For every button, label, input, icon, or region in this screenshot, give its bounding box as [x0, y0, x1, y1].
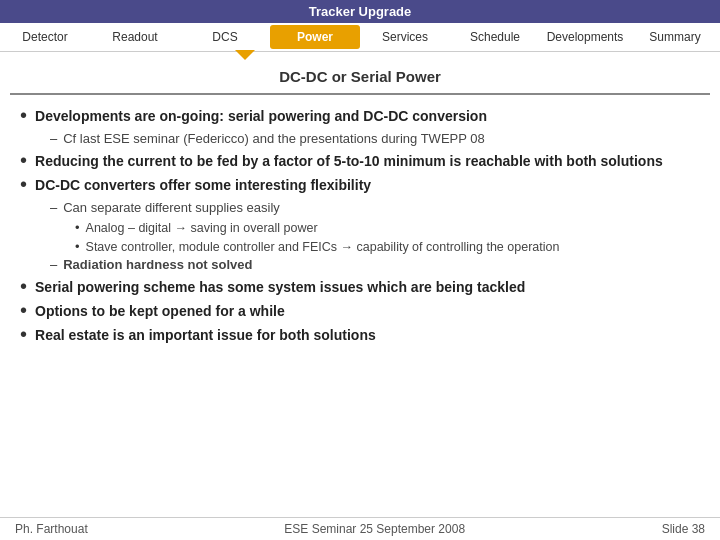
- bullet-6-text: Real estate is an important issue for bo…: [35, 326, 376, 344]
- sub-bullet-1-1-text: Cf last ESE seminar (Federicco) and the …: [63, 131, 485, 148]
- sub-bullet-3-2-dash: –: [50, 257, 57, 272]
- sub-bullet-3-2: – Radiation hardness not solved: [50, 257, 700, 274]
- bullet-1-dot: •: [20, 105, 27, 125]
- bullet-2: • Reducing the current to be fed by a fa…: [20, 152, 700, 170]
- title-bar: Tracker Upgrade: [0, 0, 720, 23]
- nav-summary[interactable]: Summary: [630, 25, 720, 49]
- nav-power[interactable]: Power: [270, 25, 360, 49]
- sub-sub-bullet-3-1-2-text: Stave controller, module controller and …: [86, 239, 560, 255]
- bullet-2-text: Reducing the current to be fed by a fact…: [35, 152, 663, 170]
- footer: Ph. Farthouat ESE Seminar 25 September 2…: [0, 517, 720, 540]
- bullet-5: • Options to be kept opened for a while: [20, 302, 700, 320]
- section-header: DC-DC or Serial Power: [10, 62, 710, 95]
- footer-left: Ph. Farthouat: [15, 522, 88, 536]
- page-title: Tracker Upgrade: [309, 4, 412, 19]
- sub-bullet-3-2-text: Radiation hardness not solved: [63, 257, 252, 274]
- sub-bullet-1-1: – Cf last ESE seminar (Federicco) and th…: [50, 131, 700, 148]
- nav-dcs[interactable]: DCS: [180, 25, 270, 49]
- sub-sub-bullet-3-1-2-dot: •: [75, 239, 80, 254]
- sub-sub-bullet-3-1-1: • Analog – digital → saving in overall p…: [75, 220, 700, 236]
- bullet-1: • Developments are on-going: serial powe…: [20, 107, 700, 125]
- nav-services[interactable]: Services: [360, 25, 450, 49]
- bullet-4-text: Serial powering scheme has some system i…: [35, 278, 525, 296]
- bullet-6: • Real estate is an important issue for …: [20, 326, 700, 344]
- sub-sub-bullet-3-1-1-dot: •: [75, 220, 80, 235]
- nav-schedule[interactable]: Schedule: [450, 25, 540, 49]
- bullet-4: • Serial powering scheme has some system…: [20, 278, 700, 296]
- nav-readout[interactable]: Readout: [90, 25, 180, 49]
- nav-arrow-container: [0, 50, 720, 60]
- bullet-3-text: DC-DC converters offer some interesting …: [35, 176, 371, 194]
- sub-sub-bullet-3-1-1-text: Analog – digital → saving in overall pow…: [86, 220, 318, 236]
- footer-center: ESE Seminar 25 September 2008: [284, 522, 465, 536]
- footer-right: Slide 38: [662, 522, 705, 536]
- bullet-3: • DC-DC converters offer some interestin…: [20, 176, 700, 194]
- sub-bullet-3-1: – Can separate different supplies easily: [50, 200, 700, 217]
- sub-bullet-1-1-dash: –: [50, 131, 57, 146]
- content-area: • Developments are on-going: serial powe…: [0, 103, 720, 354]
- nav-bar: Detector Readout DCS Power Services Sche…: [0, 23, 720, 52]
- bullet-5-text: Options to be kept opened for a while: [35, 302, 285, 320]
- sub-sub-bullet-3-1-2: • Stave controller, module controller an…: [75, 239, 700, 255]
- bullet-1-text: Developments are on-going: serial poweri…: [35, 107, 487, 125]
- nav-developments[interactable]: Developments: [540, 25, 630, 49]
- bullet-4-dot: •: [20, 276, 27, 296]
- sub-bullet-3-1-text: Can separate different supplies easily: [63, 200, 280, 217]
- nav-arrow-icon: [235, 50, 255, 60]
- nav-detector[interactable]: Detector: [0, 25, 90, 49]
- bullet-3-dot: •: [20, 174, 27, 194]
- sub-bullet-3-1-dash: –: [50, 200, 57, 215]
- bullet-6-dot: •: [20, 324, 27, 344]
- bullet-2-dot: •: [20, 150, 27, 170]
- bullet-5-dot: •: [20, 300, 27, 320]
